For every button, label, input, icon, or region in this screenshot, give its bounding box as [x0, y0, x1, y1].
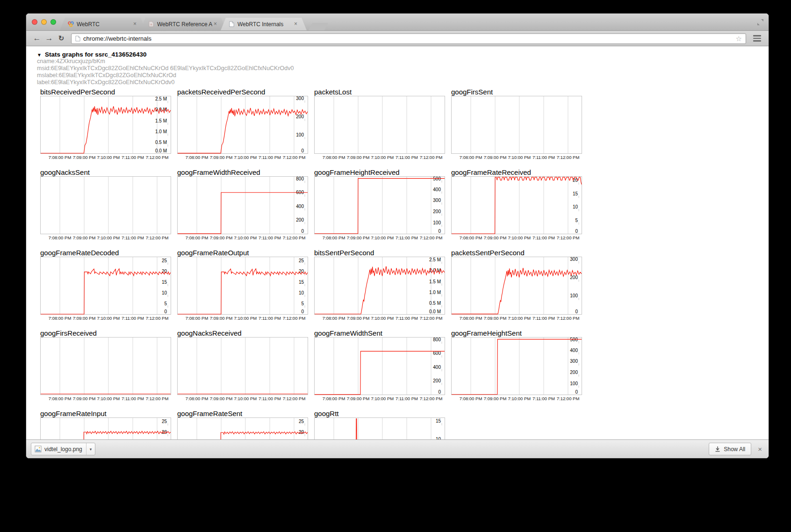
y-axis-label: 800 — [433, 337, 441, 342]
time-axis-label: 7:09:00 PM — [484, 155, 507, 160]
time-axis-label: 7:12:00 PM — [283, 235, 306, 240]
time-axis-label: 7:10:00 PM — [508, 235, 531, 240]
menu-button[interactable] — [750, 33, 764, 44]
time-axis-label: 7:11:00 PM — [532, 316, 555, 321]
chart-canvas — [314, 96, 445, 154]
chart-title: googFrameRateInput — [40, 410, 171, 417]
chart-googFrameRateDecoded: googFrameRateDecoded25201510507:08:00 PM… — [40, 249, 171, 321]
tab-webrtc-internals[interactable]: WebRTC Internals × — [221, 18, 307, 30]
time-axis-label: 7:09:00 PM — [484, 316, 507, 321]
chart-googFrameRateInput: googFrameRateInput25201510507:08:00 PM7:… — [40, 410, 171, 439]
time-axis-label: 7:11:00 PM — [396, 396, 418, 401]
chart-googFirsSent: googFirsSent7:08:00 PM7:09:00 PM7:10:00 … — [451, 88, 582, 160]
y-axis-label: 10 — [436, 437, 441, 439]
download-dropdown-icon[interactable]: ▾ — [86, 447, 95, 452]
close-shelf-icon[interactable]: × — [758, 445, 762, 453]
y-axis-label: 200 — [570, 370, 578, 375]
chart-title: googFrameRateReceived — [451, 168, 582, 176]
time-axis-label: 7:11:00 PM — [396, 155, 418, 160]
y-axis-label: 0.5 M — [155, 140, 167, 145]
time-axis-label: 7:09:00 PM — [484, 396, 507, 401]
page-content: ▼ Stats graphs for ssrc_4136526430 cname… — [26, 46, 769, 439]
tab-webrtc-reference-app[interactable]: WebRTC Reference App × — [140, 18, 226, 30]
time-axis-label: 7:08:00 PM — [323, 155, 345, 160]
chart-title: packetsReceivedPerSecond — [177, 88, 308, 96]
collapse-triangle-icon[interactable]: ▼ — [37, 52, 42, 58]
tab-close-icon[interactable]: × — [212, 21, 218, 27]
y-axis-label: 300 — [296, 96, 304, 101]
tab-close-icon[interactable]: × — [293, 21, 299, 27]
y-axis-label: 25 — [162, 419, 167, 424]
time-axis-label: 7:09:00 PM — [210, 155, 233, 160]
series-line — [41, 269, 171, 314]
reload-button[interactable]: ↻ — [55, 33, 67, 44]
y-axis-label: 10 — [162, 290, 167, 295]
y-axis-label: 200 — [296, 217, 304, 223]
chart-title: googFrameHeightReceived — [314, 168, 445, 176]
y-axis-label: 2.5 M — [155, 96, 167, 101]
minimize-window-button[interactable] — [41, 19, 47, 25]
y-axis-label: 300 — [570, 359, 578, 364]
chart-bitsReceivedPerSecond: bitsReceivedPerSecond2.5 M2.0 M1.5 M1.0 … — [40, 88, 171, 160]
address-bar[interactable]: chrome://webrtc-internals ☆ — [71, 33, 746, 44]
y-axis-label: 0.5 M — [429, 301, 441, 306]
section-title-row[interactable]: ▼ Stats graphs for ssrc_4136526430 — [37, 51, 769, 58]
y-axis-label: 15 — [573, 191, 578, 196]
time-axis-label: 7:09:00 PM — [210, 235, 233, 240]
cname-line: cname:4ZXkrucxjuzp/bKm — [37, 58, 769, 65]
tab-close-icon[interactable]: × — [132, 21, 138, 27]
time-axis-label: 7:11:00 PM — [259, 316, 281, 321]
time-axis-label: 7:09:00 PM — [347, 155, 370, 160]
time-axis: 7:08:00 PM7:09:00 PM7:10:00 PM7:11:00 PM… — [314, 154, 449, 160]
bookmark-star-icon[interactable]: ☆ — [736, 35, 742, 42]
download-file-name: vidtel_logo.png — [44, 446, 82, 453]
y-axis-label: 100 — [570, 381, 578, 386]
time-axis: 7:08:00 PM7:09:00 PM7:10:00 PM7:11:00 PM… — [314, 235, 449, 240]
time-axis-label: 7:08:00 PM — [49, 155, 72, 160]
y-axis-label: 10 — [299, 290, 304, 295]
chart-title: packetsSentPerSecond — [451, 249, 582, 257]
chart-canvas — [40, 337, 171, 395]
time-axis-label: 7:10:00 PM — [97, 235, 120, 240]
close-window-button[interactable] — [32, 19, 37, 25]
tab-webrtc[interactable]: WebRTC × — [60, 18, 146, 30]
forward-button[interactable]: → — [43, 33, 55, 44]
back-button[interactable]: ← — [31, 33, 43, 44]
y-axis-label: 5 — [575, 218, 578, 223]
series-line — [452, 268, 582, 314]
tab-label: WebRTC Reference App — [157, 21, 212, 28]
time-axis-label: 7:12:00 PM — [146, 235, 169, 240]
window-controls — [32, 19, 56, 25]
time-axis: 7:08:00 PM7:09:00 PM7:10:00 PM7:11:00 PM… — [40, 315, 175, 321]
chart-canvas: 2.5 M2.0 M1.5 M1.0 M0.5 M0.0 M — [314, 257, 445, 315]
chart-title: googFrameRateDecoded — [40, 249, 171, 257]
time-axis-label: 7:08:00 PM — [460, 396, 482, 401]
time-axis-label: 7:10:00 PM — [97, 396, 120, 401]
time-axis-label: 7:08:00 PM — [323, 235, 345, 240]
time-axis-label: 7:11:00 PM — [122, 235, 144, 240]
zoom-window-button[interactable] — [50, 19, 56, 25]
browser-window: WebRTC × WebRTC Reference App × WebRTC I… — [26, 13, 769, 459]
new-tab-button[interactable] — [309, 23, 329, 30]
time-axis-label: 7:10:00 PM — [371, 316, 394, 321]
series-line — [178, 108, 308, 153]
series-line — [41, 106, 171, 153]
chart-title: googFrameRateOutput — [177, 249, 308, 257]
series-line — [178, 269, 308, 314]
time-axis-label: 7:12:00 PM — [420, 155, 443, 160]
y-axis-label: 25 — [162, 258, 167, 263]
y-axis-label: 400 — [570, 348, 578, 353]
y-axis-label: 15 — [162, 280, 167, 285]
fullscreen-icon[interactable] — [757, 19, 764, 26]
y-axis-label: 200 — [296, 114, 304, 119]
download-item-button[interactable]: vidtel_logo.png ▾ — [31, 443, 95, 455]
time-axis-label: 7:09:00 PM — [347, 316, 370, 321]
time-axis-label: 7:12:00 PM — [557, 316, 580, 321]
y-axis-label: 600 — [433, 351, 441, 356]
series-line — [41, 431, 171, 439]
show-all-button[interactable]: Show All — [709, 443, 751, 455]
time-axis-label: 7:08:00 PM — [323, 396, 345, 401]
series-line — [452, 177, 582, 234]
time-axis: 7:08:00 PM7:09:00 PM7:10:00 PM7:11:00 PM… — [451, 395, 586, 401]
chart-title: googFrameWidthSent — [314, 329, 445, 337]
